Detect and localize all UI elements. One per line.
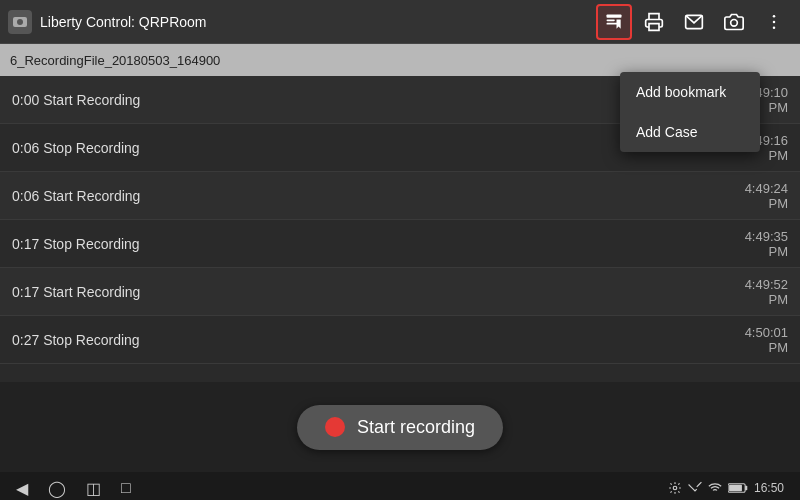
app-title: Liberty Control: QRPRoom <box>40 14 596 30</box>
svg-point-6 <box>731 19 738 26</box>
print-toolbar-btn[interactable] <box>636 4 672 40</box>
record-dot <box>325 417 345 437</box>
battery-icon <box>728 482 748 494</box>
nav-left: ◀ ◯ ◫ □ <box>16 479 131 498</box>
signal-icon <box>688 481 702 495</box>
toolbar: Liberty Control: QRPRoom <box>0 0 800 44</box>
svg-point-9 <box>773 26 776 29</box>
wifi-icon <box>708 481 722 495</box>
log-row: 0:27 Stop Recording4:50:01PM <box>0 316 800 364</box>
start-recording-label: Start recording <box>357 417 475 438</box>
log-row: 0:17 Stop Recording4:49:35PM <box>0 220 800 268</box>
camera-toolbar-btn[interactable] <box>716 4 752 40</box>
bottom-bar: Start recording <box>0 382 800 472</box>
log-entry-text: 0:27 Stop Recording <box>12 332 140 348</box>
log-entry-text: 0:17 Stop Recording <box>12 236 140 252</box>
add-case-item[interactable]: Add Case <box>620 112 760 152</box>
svg-rect-3 <box>607 19 615 21</box>
log-entry-time: 4:50:01PM <box>745 325 788 355</box>
log-row: 0:17 Start Recording4:49:52PM <box>0 268 800 316</box>
log-entry-text: 0:00 Start Recording <box>12 92 140 108</box>
settings-icon <box>668 481 682 495</box>
recents-nav-btn[interactable]: ◫ <box>86 479 101 498</box>
nav-bar: ◀ ◯ ◫ □ 16:50 <box>0 472 800 500</box>
svg-point-8 <box>773 20 776 23</box>
svg-point-1 <box>17 19 23 25</box>
log-entry-text: 0:06 Stop Recording <box>12 140 140 156</box>
email-toolbar-btn[interactable] <box>676 4 712 40</box>
start-recording-button[interactable]: Start recording <box>297 405 503 450</box>
bookmark-toolbar-btn[interactable] <box>596 4 632 40</box>
more-toolbar-btn[interactable] <box>756 4 792 40</box>
home-nav-btn[interactable]: ◯ <box>48 479 66 498</box>
log-entry-time: 4:49:52PM <box>745 277 788 307</box>
svg-rect-13 <box>729 485 742 491</box>
svg-rect-2 <box>607 14 622 17</box>
clock: 16:50 <box>754 481 784 495</box>
screenshot-nav-btn[interactable]: □ <box>121 479 131 498</box>
add-bookmark-item[interactable]: Add bookmark <box>620 72 760 112</box>
nav-right: 16:50 <box>668 481 784 495</box>
file-name: 6_RecordingFile_20180503_164900 <box>10 53 220 68</box>
log-entry-text: 0:06 Start Recording <box>12 188 140 204</box>
svg-rect-12 <box>745 486 747 490</box>
svg-point-10 <box>673 486 677 490</box>
log-entry-time: 4:49:35PM <box>745 229 788 259</box>
log-entry-text: 0:17 Start Recording <box>12 284 140 300</box>
dropdown-menu: Add bookmark Add Case <box>620 72 760 152</box>
toolbar-actions <box>596 4 792 40</box>
back-nav-btn[interactable]: ◀ <box>16 479 28 498</box>
svg-rect-4 <box>607 22 619 24</box>
app-icon <box>8 10 32 34</box>
log-row: 0:06 Start Recording4:49:24PM <box>0 172 800 220</box>
log-entry-time: 4:49:24PM <box>745 181 788 211</box>
svg-point-7 <box>773 14 776 16</box>
